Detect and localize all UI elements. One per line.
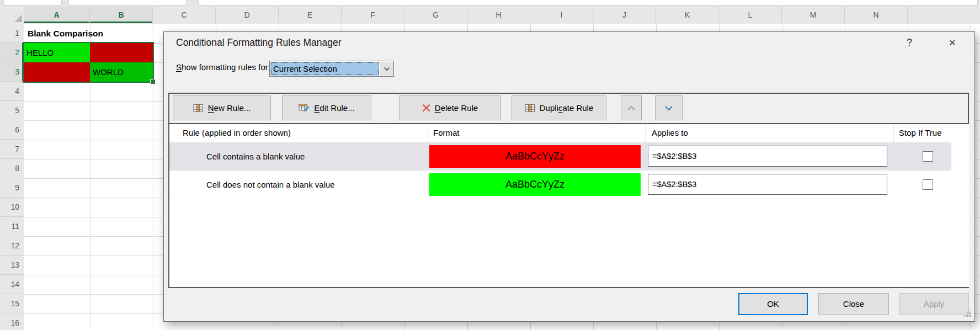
rule-name: Cell does not contain a blank value [206, 171, 335, 199]
selection-border [23, 42, 154, 83]
list-header-applies-to: Applies to [652, 128, 688, 137]
column-header-D[interactable]: D [216, 7, 279, 23]
row-header-4[interactable]: 4 [0, 82, 24, 101]
column-header-C[interactable]: C [153, 7, 216, 23]
delete-rule-button[interactable]: Delete Rule [399, 95, 501, 120]
column-header-A[interactable]: A [24, 7, 90, 23]
column-header-H[interactable]: H [467, 7, 530, 23]
row-header-10[interactable]: 10 [0, 198, 24, 217]
row-header-1[interactable]: 1 [0, 24, 24, 43]
column-header-F[interactable]: F [342, 7, 404, 23]
column-header-E[interactable]: E [279, 7, 342, 23]
applies-to-input[interactable]: =$A$2:$B$3 [648, 146, 887, 167]
chevron-down-icon [384, 67, 390, 71]
selection-fill-handle[interactable] [150, 79, 156, 84]
row-header-2[interactable]: 2 [0, 43, 24, 62]
column-header-L[interactable]: L [719, 7, 782, 23]
red-x-icon [422, 104, 430, 112]
show-rules-combobox-value[interactable]: Current Selection [270, 62, 379, 76]
resize-grip-icon [963, 309, 972, 318]
excel-window: ABCDEFGHIJKLMN 12345678910111213141516 B… [0, 0, 980, 330]
move-rule-down-button[interactable] [655, 95, 683, 120]
edit-rule-label: Edit Rule... [314, 103, 354, 113]
header-separator [645, 124, 646, 142]
name-box[interactable] [3, 0, 62, 6]
row-header-15[interactable]: 15 [0, 294, 24, 313]
rule-format-preview: AaBbCcYyZz [429, 145, 641, 168]
applies-to-input[interactable]: =$A$2:$B$3 [648, 174, 887, 195]
row-header-8[interactable]: 8 [0, 159, 24, 178]
formula-bar-strip [0, 0, 980, 7]
list-header-stop-if-true: Stop If True [899, 128, 942, 137]
select-all-corner[interactable] [0, 7, 24, 24]
new-rule-button[interactable]: New Rule... [173, 95, 271, 120]
row-header-6[interactable]: 6 [0, 120, 24, 140]
duplicate-rule-label: Duplicate Rule [540, 103, 594, 113]
column-header-G[interactable]: G [404, 7, 467, 23]
list-header-format: Format [433, 128, 460, 137]
show-rules-label-accel: S [176, 62, 182, 72]
duplicate-rule-button[interactable]: Duplicate Rule [512, 95, 606, 120]
table-grid-icon [525, 104, 535, 113]
column-header-N[interactable]: N [845, 7, 908, 23]
row-header-9[interactable]: 9 [0, 178, 24, 198]
rule-row-1[interactable]: Cell contains a blank value AaBbCcYyZz =… [169, 142, 951, 171]
delete-rule-label: Delete Rule [435, 103, 478, 113]
column-header-B[interactable]: B [90, 7, 153, 23]
ok-button[interactable]: OK [738, 293, 808, 315]
edit-rule-button[interactable]: Edit Rule... [282, 95, 371, 120]
row-header-5[interactable]: 5 [0, 101, 24, 120]
conditional-formatting-rules-manager-dialog: Conditional Formatting Rules Manager ? ×… [163, 31, 975, 322]
help-icon[interactable]: ? [900, 34, 919, 51]
close-icon[interactable]: × [943, 34, 962, 51]
dialog-title: Conditional Formatting Rules Manager [176, 37, 342, 49]
table-grid-icon [193, 104, 204, 113]
apply-button[interactable]: Apply [899, 293, 969, 315]
select-all-triangle-icon [14, 14, 22, 22]
column-header-M[interactable]: M [782, 7, 845, 23]
row-header-7[interactable]: 7 [0, 140, 24, 159]
rules-list: Rule (applied in order shown) Format App… [169, 123, 969, 287]
formula-buttons [68, 0, 187, 6]
new-rule-label: New Rule... [208, 103, 251, 113]
chevron-up-icon [627, 105, 636, 111]
show-rules-combobox[interactable]: Current Selection [269, 61, 394, 77]
rule-format-preview: AaBbCcYyZz [429, 173, 641, 196]
move-rule-up-button[interactable] [621, 95, 642, 120]
row-header-3[interactable]: 3 [0, 62, 24, 82]
rule-row-2[interactable]: Cell does not contain a blank value AaBb… [169, 171, 951, 199]
table-grid-pencil-icon [299, 103, 310, 113]
header-separator [428, 124, 428, 142]
row-header-12[interactable]: 12 [0, 236, 24, 256]
show-rules-label-rest: how formatting rules for: [182, 62, 270, 72]
row-header-16[interactable]: 16 [0, 313, 24, 330]
list-header-rule: Rule (applied in order shown) [183, 128, 291, 137]
stop-if-true-checkbox[interactable] [923, 151, 933, 162]
stop-if-true-checkbox[interactable] [923, 179, 933, 190]
combobox-dropdown-button[interactable] [380, 62, 393, 76]
row-header-13[interactable]: 13 [0, 256, 24, 275]
close-button[interactable]: Close [818, 293, 889, 315]
column-header-J[interactable]: J [593, 7, 656, 23]
formula-bar[interactable] [199, 0, 978, 6]
column-header-I[interactable]: I [530, 7, 593, 23]
row-header-14[interactable]: 14 [0, 275, 24, 294]
chevron-down-icon [664, 105, 673, 111]
resize-grip[interactable] [963, 309, 972, 318]
column-header-K[interactable]: K [656, 7, 719, 23]
row-header-11[interactable]: 11 [0, 217, 24, 236]
show-rules-label: Show formatting rules for: [176, 62, 270, 72]
header-separator [893, 124, 894, 142]
rule-name: Cell contains a blank value [206, 142, 305, 171]
